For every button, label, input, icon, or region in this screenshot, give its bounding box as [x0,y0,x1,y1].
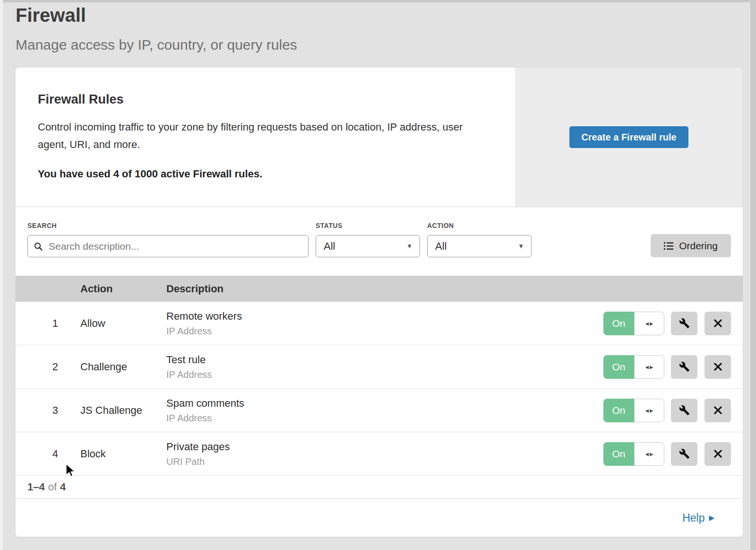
rule-enabled-toggle[interactable]: On◂▸ [603,442,664,466]
edit-rule-button[interactable] [671,442,697,466]
table-row: 2ChallengeTest ruleIP AddressOn◂▸ [16,345,743,388]
page-header: Firewall Manage access by IP, country, o… [16,4,297,53]
toggle-arrows-icon[interactable]: ◂▸ [634,312,664,335]
description-column-header: Description [166,283,603,295]
close-icon [713,362,722,371]
delete-rule-button[interactable] [704,355,731,379]
wrench-icon [679,318,690,329]
rule-controls: On◂▸ [603,355,731,379]
window-right-edge [750,0,756,550]
wrench-icon [679,448,690,459]
rule-match-type: URI Path [166,456,603,467]
right-arrow-icon: ▸ [650,450,653,457]
filters-bar: SEARCH STATUS All ▼ ACTION [16,207,743,276]
edit-rule-button[interactable] [671,399,697,422]
table-row: 1AllowRemote workersIP AddressOn◂▸ [16,302,743,345]
status-select-value: All [324,240,406,253]
card-usage-count: You have used 4 of 1000 active Firewall … [38,168,492,180]
toggle-on-segment[interactable]: On [603,312,634,335]
ordering-list-icon [664,242,673,250]
pagination-bar: 1–4 of 4 [16,475,743,498]
close-icon [713,449,722,458]
firewall-rules-card: Firewall Rules Control incoming traffic … [16,68,743,207]
pagination-of: of [48,481,57,493]
rule-priority: 2 [16,361,58,373]
help-bar: Help ▶ [16,498,743,537]
action-label: ACTION [427,222,532,229]
toggle-on-segment[interactable]: On [603,442,634,466]
right-arrow-icon: ▸ [650,320,653,327]
rule-enabled-toggle[interactable]: On◂▸ [603,399,664,422]
pagination-range: 1–4 [27,481,45,493]
rule-priority: 3 [16,404,58,417]
wrench-icon [679,405,690,416]
firewall-rules-card-action-area: Create a Firewall rule [515,68,743,207]
rule-description-cell: Test ruleIP Address [166,354,603,380]
delete-rule-button[interactable] [704,442,731,466]
search-label: SEARCH [27,222,309,229]
rule-description: Remote workers [166,310,603,323]
rule-controls: On◂▸ [603,312,731,335]
search-input[interactable] [48,240,302,253]
rule-controls: On◂▸ [603,442,731,466]
action-select[interactable]: All ▼ [427,235,532,257]
edit-rule-button[interactable] [671,355,697,379]
window-left-edge [0,0,3,550]
rule-action: JS Challenge [58,404,166,417]
firewall-rules-card-text: Firewall Rules Control incoming traffic … [16,68,515,207]
rule-controls: On◂▸ [603,399,731,422]
create-firewall-rule-button[interactable]: Create a Firewall rule [569,126,688,148]
rule-description: Private pages [166,441,603,453]
table-row: 3JS ChallengeSpam commentsIP AddressOn◂▸ [16,388,743,432]
rules-table-header: Action Description [16,276,743,302]
status-label: STATUS [316,222,420,229]
search-filter-group: SEARCH [27,222,309,276]
pagination-total: 4 [60,481,66,493]
rule-description-cell: Remote workersIP Address [166,310,603,337]
ordering-button[interactable]: Ordering [651,234,731,257]
rules-table-body: 1AllowRemote workersIP AddressOn◂▸2Chall… [16,302,743,475]
rule-action: Challenge [58,361,166,373]
close-icon [713,319,722,328]
search-icon [34,242,43,251]
rule-description-cell: Spam commentsIP Address [166,397,603,424]
rule-match-type: IP Address [166,413,603,424]
close-icon [713,406,722,415]
help-link[interactable]: Help ▶ [682,512,714,524]
chevron-down-icon: ▼ [406,243,412,250]
action-select-value: All [435,240,518,253]
page-title: Firewall [16,4,297,26]
delete-rule-button[interactable] [704,312,731,335]
card-description: Control incoming traffic to your zone by… [38,118,484,153]
left-arrow-icon: ◂ [645,363,649,370]
delete-rule-button[interactable] [704,399,731,422]
ordering-group: Ordering [651,234,731,276]
toggle-on-segment[interactable]: On [603,399,634,422]
rule-action: Allow [58,317,166,330]
search-box[interactable] [27,235,309,257]
ordering-button-label: Ordering [679,240,718,252]
toggle-arrows-icon[interactable]: ◂▸ [634,355,664,379]
card-heading: Firewall Rules [38,92,492,107]
status-filter-group: STATUS All ▼ [316,222,420,276]
action-filter-group: ACTION All ▼ [427,222,532,276]
rule-enabled-toggle[interactable]: On◂▸ [603,312,664,335]
firewall-panel: Firewall Rules Control incoming traffic … [16,68,743,537]
table-row: 4BlockPrivate pagesURI PathOn◂▸ [16,432,743,475]
rule-priority: 1 [16,317,58,330]
rule-enabled-toggle[interactable]: On◂▸ [603,355,664,379]
left-arrow-icon: ◂ [645,320,649,327]
rule-match-type: IP Address [166,369,603,380]
toggle-arrows-icon[interactable]: ◂▸ [634,442,664,466]
rule-description-cell: Private pagesURI Path [166,441,603,467]
toggle-arrows-icon[interactable]: ◂▸ [634,399,664,422]
window-top-edge [0,0,756,2]
toggle-on-segment[interactable]: On [603,355,634,379]
left-arrow-icon: ◂ [645,450,649,457]
filters-spacer [539,222,651,276]
edit-rule-button[interactable] [671,312,697,335]
help-arrow-icon: ▶ [709,514,714,522]
right-arrow-icon: ▸ [650,363,653,370]
status-select[interactable]: All ▼ [316,235,420,257]
rule-description: Spam comments [166,397,603,410]
